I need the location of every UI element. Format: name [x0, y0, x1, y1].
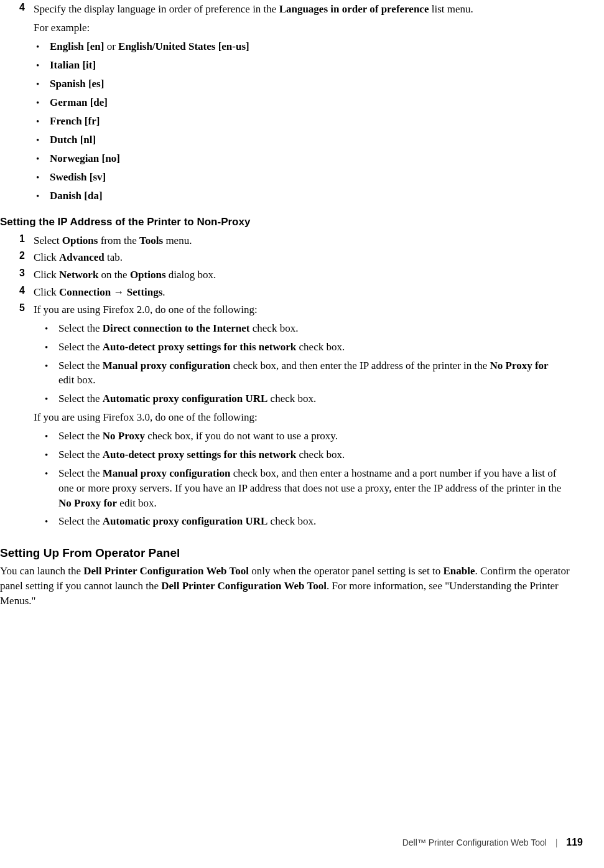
- list-item: •Select the Manual proxy configuration c…: [45, 358, 585, 388]
- bullet-icon: •: [36, 151, 50, 166]
- step-5: 5If you are using Firefox 2.0, do one of…: [0, 302, 604, 533]
- bold-phrase: Tools: [139, 235, 163, 246]
- arrow-icon: →: [113, 286, 124, 298]
- for-example: For example:: [34, 21, 585, 35]
- bullet-text: English [en] or English/United States [e…: [50, 39, 604, 54]
- page-number: 119: [566, 837, 583, 847]
- bullet-icon: •: [45, 466, 58, 481]
- step-number: 5: [0, 302, 34, 314]
- bullet-icon: •: [45, 321, 58, 336]
- step-number: 3: [0, 268, 34, 279]
- page: 4 Specify the display language in order …: [0, 0, 604, 868]
- text: If you are using Firefox 2.0, do one of …: [34, 304, 258, 315]
- heading-operator-panel: Setting Up From Operator Panel: [0, 546, 604, 560]
- bullet-icon: •: [36, 170, 50, 185]
- bold-phrase: No Proxy: [103, 430, 145, 442]
- text: tab.: [105, 251, 123, 263]
- bold-phrase: Dell Printer Configuration Web Tool: [161, 580, 327, 592]
- bullet-text: Select the Auto-detect proxy settings fo…: [58, 447, 585, 462]
- bullet-text: French [fr]: [50, 114, 604, 129]
- step-number: 2: [0, 250, 34, 261]
- text: .: [162, 286, 165, 298]
- text: You can launch the: [0, 565, 83, 577]
- bullet-text: Swedish [sv]: [50, 170, 604, 185]
- nonproxy-steps: 1Select Options from the Tools menu.2Cli…: [0, 233, 604, 533]
- step-4: 4 Specify the display language in order …: [0, 2, 604, 35]
- bold-phrase: Advanced: [59, 251, 105, 263]
- bold-phrase: Direct connection to the Internet: [103, 322, 250, 334]
- bold-phrase: Settings: [127, 286, 163, 298]
- step-number: 4: [0, 285, 34, 296]
- page-footer: Dell™ Printer Configuration Web Tool | 1…: [402, 837, 583, 848]
- bold-phrase: Manual proxy configuration: [103, 467, 231, 479]
- bold-phrase: English/United States [en-us]: [118, 40, 249, 52]
- bullet-icon: •: [45, 358, 58, 373]
- step-2: 2Click Advanced tab.: [0, 250, 604, 265]
- list-item: •Danish [da]: [36, 189, 604, 203]
- bold-phrase: Dell Printer Configuration Web Tool: [83, 565, 249, 577]
- bold-phrase: Auto-detect proxy settings for this netw…: [103, 449, 296, 460]
- list-item: •Dutch [nl]: [36, 133, 604, 147]
- bold-phrase: Manual proxy configuration: [103, 360, 231, 371]
- operator-paragraph: You can launch the Dell Printer Configur…: [0, 564, 585, 608]
- step-4: 4Click Connection → Settings.: [0, 285, 604, 300]
- step-text: Click Connection → Settings.: [34, 285, 604, 300]
- step-text: Select Options from the Tools menu.: [34, 233, 604, 248]
- step-3: 3Click Network on the Options dialog box…: [0, 268, 604, 282]
- bullet-icon: •: [36, 77, 50, 91]
- step-text: Specify the display language in order of…: [34, 2, 604, 35]
- bullet-icon: •: [45, 429, 58, 444]
- bold-phrase: French [fr]: [50, 115, 100, 127]
- bold-phrase: Automatic proxy configuration URL: [103, 515, 268, 527]
- text: check box, and then enter the IP address…: [230, 360, 490, 371]
- bold-phrase: English [en]: [50, 40, 104, 52]
- text: Click: [34, 269, 59, 281]
- list-item: •Select the Automatic proxy configuratio…: [45, 514, 585, 529]
- bullet-text: Select the Manual proxy configuration ch…: [58, 466, 585, 510]
- bullet-icon: •: [36, 133, 50, 147]
- text: Select the: [58, 322, 103, 334]
- bullet-text: Norwegian [no]: [50, 151, 604, 166]
- bullet-icon: •: [45, 514, 58, 529]
- text: Select the: [58, 360, 103, 371]
- text: Select the: [58, 430, 103, 442]
- bullet-text: Select the Automatic proxy configuration…: [58, 391, 585, 406]
- bullet-text: Spanish [es]: [50, 77, 604, 91]
- bullet-text: Italian [it]: [50, 58, 604, 73]
- list-item: •English [en] or English/United States […: [36, 39, 604, 54]
- text: edit box.: [117, 497, 157, 509]
- list-item: •German [de]: [36, 95, 604, 110]
- bold-phrase: Dutch [nl]: [50, 134, 96, 146]
- bold-phrase: Italian [it]: [50, 59, 96, 71]
- bullet-text: Select the Auto-detect proxy settings fo…: [58, 340, 585, 355]
- bold-phrase: Norwegian [no]: [50, 152, 120, 164]
- bullet-text: Dutch [nl]: [50, 133, 604, 147]
- bold-phrase: Auto-detect proxy settings for this netw…: [103, 341, 296, 353]
- bullet-text: Select the No Proxy check box, if you do…: [58, 429, 585, 444]
- list-item: •Select the Automatic proxy configuratio…: [45, 391, 585, 406]
- bullet-icon: •: [45, 447, 58, 462]
- text: Specify the display language in order of…: [34, 3, 279, 15]
- text: check box.: [250, 322, 299, 334]
- bold-phrase: Connection: [59, 286, 111, 298]
- bullet-text: Select the Manual proxy configuration ch…: [58, 358, 585, 388]
- bold-phrase: Languages in order of preference: [279, 3, 429, 15]
- text: Select the: [58, 467, 103, 479]
- text: Select the: [58, 393, 103, 404]
- text: check box.: [296, 341, 345, 353]
- step-text: If you are using Firefox 2.0, do one of …: [34, 302, 604, 533]
- bold-phrase: Options: [62, 235, 98, 246]
- bullet-text: Select the Direct connection to the Inte…: [58, 321, 585, 336]
- text: on the: [98, 269, 130, 281]
- list-item: •Select the No Proxy check box, if you d…: [45, 429, 585, 444]
- bold-phrase: Options: [130, 269, 166, 281]
- list-item: •Spanish [es]: [36, 77, 604, 91]
- step-number: 4: [0, 2, 34, 13]
- text: check box.: [267, 515, 316, 527]
- bullet-icon: •: [36, 58, 50, 73]
- paragraph: If you are using Firefox 3.0, do one of …: [34, 410, 585, 425]
- text: Click: [34, 251, 59, 263]
- bold-phrase: No Proxy for: [58, 497, 117, 509]
- text: check box, if you do not want to use a p…: [145, 430, 338, 442]
- footer-divider: |: [555, 838, 558, 847]
